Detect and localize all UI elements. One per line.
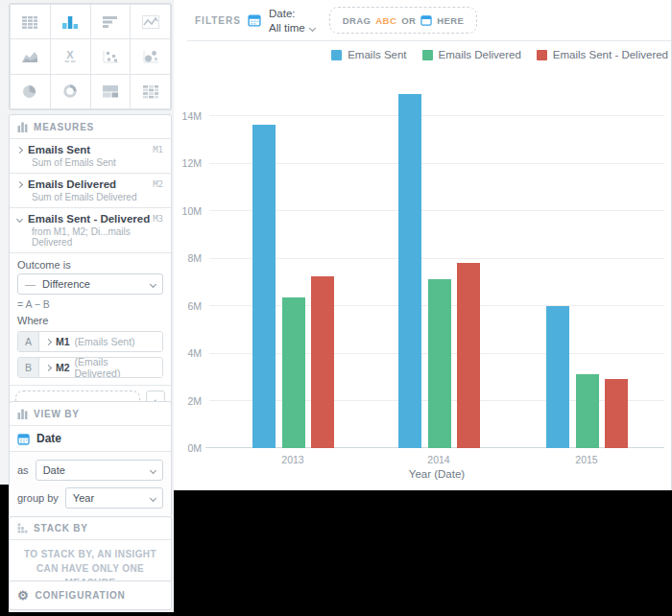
measure-item-emails-sent[interactable]: Emails Sent M1 Sum of Emails Sent — [10, 138, 171, 173]
measures-panel: MEASURES Emails Sent M1 Sum of Emails Se… — [9, 114, 172, 422]
chevron-right-icon[interactable] — [16, 146, 23, 153]
screenshot-black-margin — [0, 485, 9, 616]
legend-item[interactable]: Emails Delivered — [422, 49, 521, 60]
bar-chart-icon — [99, 12, 122, 32]
as-select[interactable]: Date — [36, 460, 163, 481]
group-by-select[interactable]: Year — [65, 487, 163, 509]
measure-subtitle: Sum of Emails Delivered — [32, 192, 163, 202]
where-label: Where — [17, 315, 163, 326]
viz-type-pie-chart[interactable] — [11, 75, 50, 108]
bar-2014-series-1[interactable] — [428, 279, 451, 448]
chart-legend: Emails SentEmails DeliveredEmails Sent -… — [331, 49, 668, 60]
x-axis-title: Year (Date) — [209, 468, 664, 480]
calendar-icon — [248, 13, 261, 27]
measure-item-emails-sent-delivered[interactable]: Emails Sent - Delivered M3 from M1, M2; … — [10, 207, 171, 252]
date-filter-label: Date: — [269, 7, 315, 21]
viz-type-heatmap[interactable] — [131, 75, 170, 108]
operand-row-b[interactable]: B M2 (Emails Delivered) — [17, 357, 163, 378]
bar-2015-series-1[interactable] — [576, 374, 599, 448]
outcome-select[interactable]: — Difference — [17, 273, 163, 295]
drop-zone-text: OR — [401, 15, 416, 26]
stack-by-header: STACK BY — [10, 517, 171, 540]
drop-zone-text: DRAG — [343, 15, 372, 26]
column-chart-icon — [59, 12, 82, 32]
view-by-attribute-date[interactable]: Date — [10, 425, 171, 451]
headline-icon: X — [59, 47, 82, 66]
viz-type-donut-chart[interactable] — [51, 75, 90, 108]
measures-header: MEASURES — [10, 115, 171, 138]
operand-ref: M1 — [56, 336, 70, 347]
date-filter-value: All time — [269, 21, 305, 36]
viz-type-area-chart[interactable] — [11, 39, 50, 73]
bar-2015-series-2[interactable] — [605, 379, 628, 448]
chevron-down-icon — [309, 25, 316, 32]
date-filter[interactable]: Date: All time — [269, 7, 315, 36]
y-tick-label: 4M — [167, 347, 202, 359]
viz-type-headline[interactable]: X — [51, 39, 90, 73]
chevron-right-icon[interactable] — [45, 338, 52, 344]
view-by-config: as Date group by Year — [10, 451, 171, 516]
legend-swatch — [331, 50, 342, 60]
measure-title: Emails Delivered — [28, 178, 116, 190]
gridline — [209, 210, 664, 211]
bar-2013-series-0[interactable] — [252, 125, 276, 448]
view-by-panel: VIEW BY Date as Date group by Year — [9, 401, 172, 517]
svg-text:X: X — [66, 48, 74, 59]
viz-type-column-chart-selected[interactable] — [51, 5, 90, 38]
measure-subtitle: Sum of Emails Sent — [32, 157, 163, 168]
operand-key: A — [18, 332, 39, 351]
y-tick-label: 8M — [167, 252, 202, 264]
x-tick-label: 2014 — [396, 454, 482, 465]
viz-type-bar-chart[interactable] — [91, 5, 131, 38]
view-by-attribute-label: Date — [36, 432, 61, 445]
bar-2013-series-1[interactable] — [282, 297, 305, 448]
viz-type-table[interactable] — [11, 5, 50, 38]
bubble-chart-icon — [139, 47, 162, 66]
measure-badge: M2 — [153, 179, 163, 189]
legend-item[interactable]: Emails Sent — [331, 49, 406, 60]
as-select-value: Date — [43, 464, 65, 476]
viz-type-bubble-chart[interactable] — [131, 39, 170, 73]
gridline — [209, 163, 664, 164]
filters-label: FILTERS — [195, 15, 241, 26]
y-tick-label: 10M — [167, 205, 202, 217]
view-by-header-label: VIEW BY — [34, 409, 80, 419]
configuration-panel[interactable]: ⚙ CONFIGURATION — [9, 580, 172, 610]
measure-badge: M3 — [153, 214, 163, 224]
viz-type-line-chart[interactable] — [131, 5, 170, 38]
measure-item-emails-delivered[interactable]: Emails Delivered M2 Sum of Emails Delive… — [10, 173, 171, 207]
bar-2014-series-0[interactable] — [398, 94, 421, 448]
app-window: X — [0, 0, 672, 616]
group-by-label: group by — [17, 492, 59, 504]
y-tick-label: 2M — [167, 395, 202, 407]
measure-config: Outcome is — Difference = A − B Where A … — [10, 252, 171, 385]
operand-name: (Emails Delivered) — [75, 357, 156, 378]
operand-row-a[interactable]: A M1 (Emails Sent) — [17, 331, 163, 352]
heatmap-icon — [139, 82, 162, 101]
measure-title: Emails Sent - Delivered — [28, 213, 150, 225]
view-by-icon — [17, 409, 28, 419]
chevron-right-icon[interactable] — [16, 180, 23, 187]
bar-2013-series-2[interactable] — [311, 276, 334, 448]
chevron-down-icon — [150, 466, 156, 473]
treemap-icon — [99, 82, 122, 101]
legend-item[interactable]: Emails Sent - Delivered — [537, 49, 668, 60]
calendar-icon — [17, 433, 30, 445]
bar-2015-series-0[interactable] — [546, 306, 569, 449]
filter-drop-zone[interactable]: DRAG ABC OR HERE — [329, 7, 477, 34]
configuration-header-label: CONFIGURATION — [35, 590, 125, 601]
line-chart-icon — [139, 12, 162, 32]
viz-type-scatter-plot[interactable] — [91, 39, 131, 73]
chevron-right-icon[interactable] — [45, 364, 52, 370]
viz-type-treemap[interactable] — [91, 75, 131, 108]
measure-badge: M1 — [153, 145, 163, 154]
chevron-down-icon[interactable] — [16, 215, 23, 222]
x-tick-label: 2015 — [543, 454, 630, 465]
calendar-icon — [420, 14, 432, 26]
bar-chart-plot: 0M2M4M6M8M10M12M14M201320142015 — [209, 86, 664, 448]
measures-header-label: MEASURES — [34, 122, 94, 132]
as-label: as — [17, 464, 29, 476]
legend-swatch — [422, 50, 433, 60]
bar-2014-series-2[interactable] — [457, 263, 480, 448]
gridline — [209, 258, 664, 259]
